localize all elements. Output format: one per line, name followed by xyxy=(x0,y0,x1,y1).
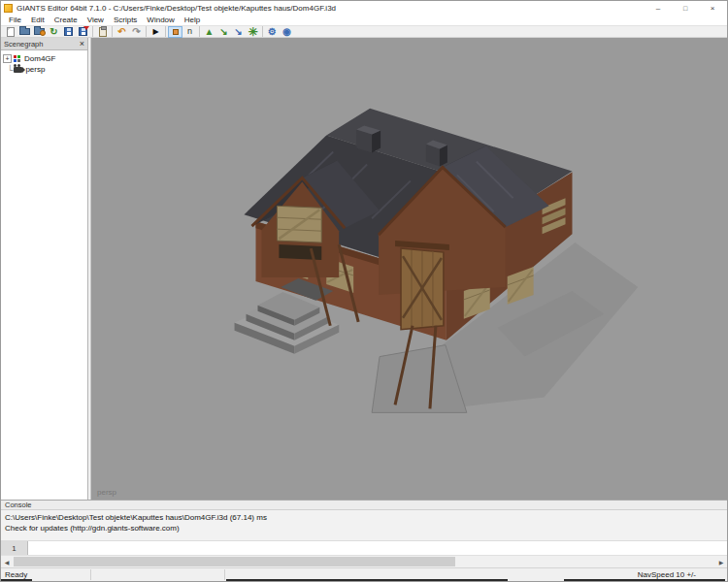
redo-icon[interactable]: ↷ xyxy=(129,26,144,38)
status-separator xyxy=(90,569,91,580)
tree-node-label: persp xyxy=(25,65,45,74)
horizontal-scrollbar[interactable]: ◀ ▶ xyxy=(1,555,727,567)
giants-editor-window: GIANTS Editor 64bit 7.1.0 - C:/Users/Fin… xyxy=(0,0,728,582)
terrain-smooth-icon[interactable]: ↘ xyxy=(216,26,231,38)
toolbar: ↻ ↶ ↷ ▶ n ▲ ↘ ↘ ✳ ⚙ ◉ xyxy=(1,25,727,38)
app-icon xyxy=(4,4,13,13)
menu-file[interactable]: File xyxy=(4,16,26,24)
transform-group-icon xyxy=(14,55,21,63)
tree-node-dom4gf[interactable]: + Dom4GF xyxy=(3,53,85,64)
menu-edit[interactable]: Edit xyxy=(26,16,50,24)
maximize-icon[interactable]: □ xyxy=(677,2,694,14)
console-line: Check for updates (http://gdn.giants-sof… xyxy=(5,523,723,534)
scrollbar-thumb[interactable] xyxy=(14,557,455,566)
play-icon[interactable]: ▶ xyxy=(149,26,163,38)
new-file-icon[interactable] xyxy=(3,26,17,38)
menu-window[interactable]: Window xyxy=(142,16,179,24)
open-file-icon[interactable] xyxy=(17,26,32,38)
status-separator xyxy=(224,569,225,580)
scroll-left-icon[interactable]: ◀ xyxy=(1,556,13,567)
scenegraph-close-icon[interactable]: × xyxy=(80,40,84,48)
scroll-right-icon[interactable]: ▶ xyxy=(715,556,727,567)
save-icon[interactable] xyxy=(61,26,76,38)
status-ready: Ready xyxy=(5,570,27,579)
export-icon[interactable] xyxy=(76,26,90,38)
minimize-icon[interactable]: – xyxy=(649,2,667,14)
console-title: Console xyxy=(5,501,32,509)
console-line: C:\Users\Finke\Desktop\Test objekte\Kapu… xyxy=(5,512,723,523)
scenegraph-tree: + Dom4GF └ persp xyxy=(1,50,87,500)
terrain-raise-icon[interactable]: ▲ xyxy=(202,26,216,38)
import-icon[interactable] xyxy=(32,26,47,38)
menu-scripts[interactable]: Scripts xyxy=(109,16,142,24)
menubar: File Edit Create View Scripts Window Hel… xyxy=(1,15,727,25)
scenegraph-panel: Scenegraph × + Dom4GF └ persp xyxy=(1,38,88,500)
titlebar: GIANTS Editor 64bit 7.1.0 - C:/Users/Fin… xyxy=(1,1,727,15)
main-area: Scenegraph × + Dom4GF └ persp xyxy=(1,38,727,500)
tree-node-persp[interactable]: └ persp xyxy=(3,64,85,75)
viewport-3d[interactable]: persp xyxy=(91,38,727,500)
toolbar-separator xyxy=(92,26,93,37)
house-model xyxy=(91,38,727,500)
statusbar: Ready NavSpeed 10 +/- xyxy=(1,567,727,581)
toolbar-separator xyxy=(112,26,113,37)
window-controls: – □ × xyxy=(649,2,721,14)
expander-icon[interactable]: + xyxy=(3,54,12,63)
console-header: Console xyxy=(1,500,727,510)
console-log: C:\Users\Finke\Desktop\Test objekte\Kapu… xyxy=(1,510,727,540)
barn-door xyxy=(401,248,444,330)
bottom-edge-segment xyxy=(564,579,725,581)
terrain-paint-icon[interactable]: ↘ xyxy=(231,26,246,38)
scenegraph-header: Scenegraph × xyxy=(1,38,87,50)
console-input[interactable] xyxy=(28,541,727,555)
undo-icon[interactable]: ↶ xyxy=(115,26,129,38)
scenegraph-title: Scenegraph xyxy=(4,40,80,48)
replace-gizmo-icon[interactable]: ⚙ xyxy=(265,26,280,38)
toolbar-separator xyxy=(199,26,200,37)
bottom-edge-segment xyxy=(1,579,32,581)
foliage-icon[interactable]: ✳ xyxy=(246,26,260,38)
window-title: GIANTS Editor 64bit 7.1.0 - C:/Users/Fin… xyxy=(17,4,649,13)
menu-create[interactable]: Create xyxy=(50,16,83,24)
toolbar-separator xyxy=(165,26,166,37)
camera-icon xyxy=(14,67,22,73)
menu-help[interactable]: Help xyxy=(180,16,205,24)
menu-view[interactable]: View xyxy=(83,16,109,24)
console-line-number: 1 xyxy=(1,541,28,555)
render-gizmo-icon[interactable]: ◉ xyxy=(280,26,294,38)
tree-node-label: Dom4GF xyxy=(24,54,55,63)
snap-icon[interactable]: n xyxy=(182,26,197,38)
bottom-edge-segment xyxy=(226,579,508,581)
paste-icon[interactable] xyxy=(95,26,110,38)
reload-icon[interactable]: ↻ xyxy=(47,26,61,38)
toolbar-separator xyxy=(262,26,263,37)
viewport-camera-label: persp xyxy=(97,488,116,497)
select-tool-icon[interactable] xyxy=(168,26,182,38)
close-icon[interactable]: × xyxy=(704,2,721,14)
console-input-row: 1 xyxy=(1,540,727,555)
status-navspeed: NavSpeed 10 +/- xyxy=(638,570,696,579)
toolbar-separator xyxy=(146,26,147,37)
tree-branch-line: └ xyxy=(7,65,13,75)
